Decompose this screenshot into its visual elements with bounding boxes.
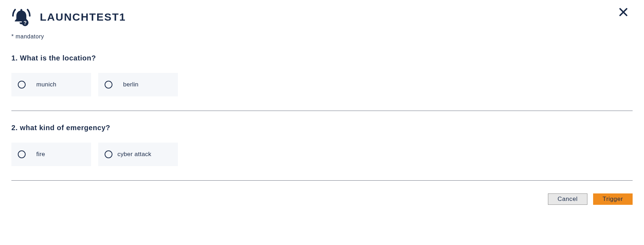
options-row: munich berlin xyxy=(11,73,633,96)
alert-bell-icon: ? xyxy=(11,7,31,27)
option-label: cyber attack xyxy=(117,151,151,158)
radio-icon xyxy=(18,81,26,89)
svg-text:?: ? xyxy=(23,20,27,26)
question-label: 2. what kind of emergency? xyxy=(11,124,633,132)
radio-icon xyxy=(105,81,112,89)
option-fire[interactable]: fire xyxy=(11,143,91,166)
question-block-location: 1. What is the location? munich berlin xyxy=(11,54,633,96)
dialog-title: LAUNCHTEST1 xyxy=(40,11,126,23)
close-button[interactable] xyxy=(616,4,631,21)
dialog-container: ? LAUNCHTEST1 * mandatory 1. What is the… xyxy=(0,0,644,216)
option-cyber-attack[interactable]: cyber attack xyxy=(98,143,178,166)
divider xyxy=(11,111,633,111)
dialog-footer: Cancel Trigger xyxy=(11,193,633,205)
option-label: fire xyxy=(36,151,45,158)
close-icon xyxy=(618,6,629,18)
question-block-emergency: 2. what kind of emergency? fire cyber at… xyxy=(11,124,633,166)
cancel-button[interactable]: Cancel xyxy=(548,193,587,205)
options-row: fire cyber attack xyxy=(11,143,633,166)
option-munich[interactable]: munich xyxy=(11,73,91,96)
radio-icon xyxy=(18,150,26,158)
trigger-button[interactable]: Trigger xyxy=(593,193,633,205)
divider xyxy=(11,180,633,181)
dialog-header: ? LAUNCHTEST1 xyxy=(11,7,633,27)
option-berlin[interactable]: berlin xyxy=(98,73,178,96)
radio-icon xyxy=(105,150,112,158)
option-label: berlin xyxy=(123,81,138,88)
mandatory-note: * mandatory xyxy=(11,33,633,40)
question-label: 1. What is the location? xyxy=(11,54,633,62)
option-label: munich xyxy=(36,81,57,88)
